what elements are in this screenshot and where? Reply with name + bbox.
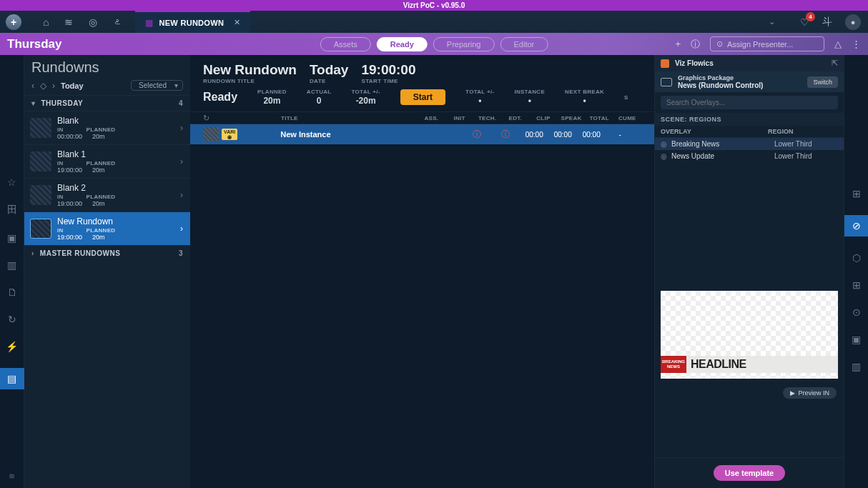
chevron-down-icon: ▾ xyxy=(31,99,36,107)
chevron-right-icon: › xyxy=(180,190,183,200)
overlay-row[interactable]: ◎Breaking NewsLower Third xyxy=(655,138,844,150)
pill-preparing[interactable]: Preparing xyxy=(433,37,495,51)
chevron-right-icon: › xyxy=(31,249,34,257)
chevron-right-icon: › xyxy=(180,123,183,133)
scene-header: SCENE: REGIONS xyxy=(655,113,844,126)
day-count: 4 xyxy=(179,99,183,107)
search-input[interactable] xyxy=(661,96,838,109)
wave-small-icon[interactable]: ≋ xyxy=(9,472,15,481)
list-item[interactable]: Blank 2 INPLANNED 19:00:0020m › xyxy=(24,178,190,211)
pill-assets[interactable]: Assets xyxy=(320,37,371,51)
rundown-name: New Rundown xyxy=(57,216,115,226)
refresh-icon[interactable]: ↻ xyxy=(203,114,209,123)
thumbnail xyxy=(30,219,51,239)
preview-in-button[interactable]: ▶Preview IN xyxy=(783,387,837,399)
day-header-thursday[interactable]: ▾ THURSDAY 4 xyxy=(24,95,190,111)
users-icon[interactable]: ▣ xyxy=(7,232,16,244)
warning-circle-icon[interactable]: ⓘ xyxy=(491,129,520,141)
rundown-name: Blank 1 xyxy=(57,149,115,159)
wave-icon[interactable]: ≋ xyxy=(64,16,73,28)
master-label: MASTER RUNDOWNS xyxy=(40,249,121,257)
assign-label: Assign Presenter... xyxy=(727,40,793,49)
right-rail: ⊞ ⊘ ⬡ ⊞ ⊙ ▣ ▥ xyxy=(844,55,868,488)
left-rail: ☆ ⽥ ▣ ▥ 🗋 ↻ ⚡ ▤ ≋ xyxy=(0,55,24,488)
avatar[interactable]: ● xyxy=(845,14,861,30)
master-rundowns-header[interactable]: › MASTER RUNDOWNS 3 xyxy=(24,245,190,261)
plus-icon[interactable]: + xyxy=(675,39,681,49)
list-item[interactable]: Blank INPLANNED 00:00:0020m › xyxy=(24,111,190,144)
start-button[interactable]: Start xyxy=(400,89,445,105)
apps-icon[interactable]: ⊞ xyxy=(852,279,861,291)
user-circle-icon[interactable]: ⊙ xyxy=(852,307,861,318)
nav-prev-icon[interactable]: ‹ xyxy=(31,81,34,91)
switch-button[interactable]: Switch xyxy=(807,76,838,88)
shield-icon[interactable]: ⬡ xyxy=(852,252,861,264)
popout-icon[interactable]: ⇱ xyxy=(832,59,838,68)
rundown-date: Today xyxy=(310,62,349,78)
warning-circle-icon[interactable]: ⓘ xyxy=(463,129,491,141)
thumbnail xyxy=(30,118,51,138)
status-text: Ready xyxy=(203,91,237,104)
lower-third-preview: BREAKINGNEWS HEADLINE xyxy=(661,356,838,373)
user-icon[interactable]: ⽥ xyxy=(7,204,17,216)
close-icon[interactable]: ✕ xyxy=(234,18,240,27)
add-button[interactable]: + xyxy=(6,14,21,30)
bolt-icon[interactable]: ⚡ xyxy=(6,341,18,352)
tab-new-rundown[interactable]: ▦ NEW RUNDOWN ✕ xyxy=(135,11,250,33)
nav-diamond-icon[interactable]: ◇ xyxy=(40,81,46,91)
star-icon[interactable]: ☆ xyxy=(7,176,16,188)
document-icon[interactable]: 🗋 xyxy=(7,287,17,298)
location-icon[interactable]: ೭ xyxy=(113,16,122,28)
list-item[interactable]: New Rundown INPLANNED 19:00:0020m › xyxy=(24,211,190,245)
rundown-icon[interactable]: ▤ xyxy=(0,368,24,389)
refresh-icon[interactable]: ↻ xyxy=(8,314,16,325)
home-icon[interactable]: ⌂ xyxy=(43,16,49,28)
tab-label: NEW RUNDOWN xyxy=(159,19,224,27)
flowics-rail-icon[interactable]: ⊘ xyxy=(844,215,869,236)
flowics-icon xyxy=(661,59,669,68)
subbar: Thursday Assets Ready Preparing Editor +… xyxy=(0,33,868,55)
sidebar-title: Rundowns xyxy=(24,55,190,79)
day-label: Thursday xyxy=(7,37,62,51)
warning-icon[interactable]: △ xyxy=(834,39,842,49)
target-icon: ◎ xyxy=(661,140,667,148)
chevron-right-icon: › xyxy=(180,224,183,234)
overlay-table-header: OVERLAYREGION xyxy=(655,126,844,138)
pill-editor[interactable]: Editor xyxy=(500,37,548,51)
master-count: 3 xyxy=(179,249,183,257)
image-icon[interactable]: ▣ xyxy=(852,334,861,345)
thumbnail xyxy=(30,151,51,171)
instance-thumbnail xyxy=(203,127,219,141)
rundown-name: Blank xyxy=(57,116,115,126)
today-label: Today xyxy=(61,81,84,90)
monitor-icon xyxy=(661,78,672,86)
tab-dropdown-icon[interactable]: ⌄ xyxy=(769,17,775,26)
assign-presenter-button[interactable]: ⊙ Assign Presenter... xyxy=(710,36,824,51)
compass-icon[interactable]: ◎ xyxy=(89,16,97,28)
info-icon[interactable]: ⓘ xyxy=(691,38,700,51)
instance-row[interactable]: VARI◉ New Instance ⓘ ⓘ 00:00 00:00 00:00… xyxy=(190,124,654,144)
column-headers: ↻ TITLE ASS. INIT TECH. EDT. CLIP SPEAK … xyxy=(190,111,654,124)
titlebar-nav: ⌂ ≋ ◎ ೭ xyxy=(43,16,122,28)
layout-icon[interactable]: ▥ xyxy=(852,361,861,372)
overlay-row[interactable]: ◎News UpdateLower Third xyxy=(655,150,844,162)
chat-icon[interactable]: ⽃ xyxy=(822,16,832,29)
main-pane: New RundownRUNDOWN TITLE TodayDATE 19:00… xyxy=(190,55,654,488)
chevron-right-icon: › xyxy=(180,156,183,166)
more-icon[interactable]: ⋮ xyxy=(852,39,861,49)
rpanel-header: Viz Flowics ⇱ xyxy=(655,55,844,71)
box-icon[interactable]: ▥ xyxy=(7,259,16,271)
nav-next-icon[interactable]: › xyxy=(52,81,55,91)
sidebar-date-nav: ‹ ◇ › Today Selected xyxy=(24,79,190,95)
thumbnail xyxy=(30,185,51,205)
bell-icon[interactable]: ♡4 xyxy=(800,16,809,28)
notif-badge: 4 xyxy=(806,12,815,21)
add-frame-icon[interactable]: ⊞ xyxy=(852,188,861,199)
selected-dropdown[interactable]: Selected xyxy=(131,80,183,91)
right-panel: Viz Flowics ⇱ Graphics PackageNews (Rund… xyxy=(654,55,844,488)
list-item[interactable]: Blank 1 INPLANNED 19:00:0020m › xyxy=(24,144,190,178)
sidebar: Rundowns ‹ ◇ › Today Selected ▾ THURSDAY… xyxy=(24,55,190,488)
day-header-label: THURSDAY xyxy=(41,99,84,107)
use-template-button[interactable]: Use template xyxy=(714,465,785,481)
pill-ready[interactable]: Ready xyxy=(377,37,428,51)
